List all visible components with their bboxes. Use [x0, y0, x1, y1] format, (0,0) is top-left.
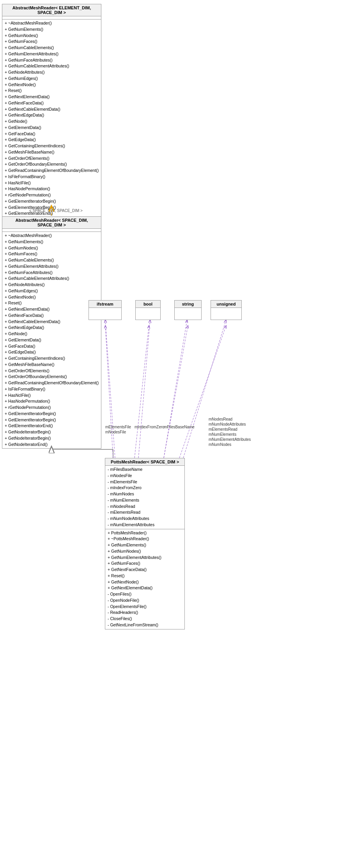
mnodes-read-label: mNodesRead [209, 417, 232, 421]
mfiles-basename-label: mFilesBaseName [164, 425, 195, 429]
method-getnextelementdata-2: + GetNextElementData() [5, 306, 99, 313]
method-getelementiteratorbegin1-2: + GetElementIteratorBegin() [5, 411, 99, 417]
mnum-nodes-label: mNumNodes [209, 442, 231, 447]
field-numelementattributes: - mNumElementAttributes [108, 522, 182, 528]
potts-mesh-reader-fields: - mFilesBaseName - mNodesFile - mElement… [105, 466, 184, 529]
melements-file-label: mElementsFile [105, 425, 131, 429]
abstract-space-dim-methods: + ~AbstractMeshReader() + GetNumElements… [2, 232, 101, 448]
method-getelementdata-1: + GetElementData() [5, 125, 99, 131]
field-filesbasename: - mFilesBaseName [108, 467, 182, 473]
method-getmeshfilebasename-2: + GetMeshFileBaseName() [5, 362, 99, 368]
abstract-space-dim-section-1 [2, 229, 101, 232]
abstract-element-dim-methods: + ~AbstractMeshReader() + GetNumElements… [2, 19, 101, 236]
mnum-elements-label: mNumElements [209, 432, 236, 437]
method-getnextcableelementdata-2: + GetNextCableElementData() [5, 319, 99, 325]
potts-method-getnextelementdata: + GetNextElementData() [108, 585, 182, 591]
method-isfileformatbinary-1: + IsFileFormatBinary() [5, 174, 99, 180]
method-getelementiteratorbegin1-1: + GetElementIteratorBegin() [5, 198, 99, 205]
field-numnodeattributes: - mNumNodeAttributes [108, 516, 182, 522]
abstract-mesh-reader-space-dim-title: AbstractMeshReader< SPACE_DIM, SPACE_DIM… [2, 217, 101, 229]
mnum-element-attributes-label: mNumElementAttributes [209, 437, 251, 442]
ifstream-box: ifstream [89, 300, 122, 320]
potts-mesh-reader-methods: + PottsMeshReader() + ~PottsMeshReader()… [105, 529, 184, 629]
svg-line-15 [164, 325, 188, 458]
potts-method-getnumelementattributes: + GetNumElementAttributes() [108, 555, 182, 561]
inheritance-label: < SPACE_DIM, SPACE_DIM > [29, 209, 83, 213]
method-getnextelementdata-1: + GetNextElementData() [5, 94, 99, 100]
method-getnumcableelementattributes-1: + GetNumCableElementAttributes() [5, 63, 99, 69]
method-hasnodepermutation-1: + HasNodePermutation() [5, 186, 99, 192]
potts-method-readheaders: - ReadHeaders() [108, 610, 182, 616]
method-hasnodepermutation-2: + HasNodePermutation() [5, 398, 99, 405]
method-getedgedata-2: + GetEdgeData() [5, 349, 99, 355]
string-box: string [174, 300, 202, 320]
potts-method-getnumelements: + GetNumElements() [108, 542, 182, 548]
method-getnode-2: + GetNode() [5, 331, 99, 337]
method-getnumedges-2: + GetNumEdges() [5, 288, 99, 294]
method-getnodeiteratorbegin2-2: + GetNodeIteratorBegin() [5, 435, 99, 442]
field-indexfromzero: - mIndexFromZero [108, 485, 182, 491]
method-getnumfaceattributes-2: + GetNumFaceAttributes() [5, 270, 99, 276]
method-getnextedgedata-2: + GetNextEdgeData() [5, 325, 99, 331]
method-getnextfacedata-2: + GetNextFaceData() [5, 313, 99, 319]
method-getnumelements-2: + GetNumElements() [5, 239, 99, 245]
potts-mesh-reader-title: PottsMeshReader< SPACE_DIM > [105, 458, 184, 466]
method-getcontainingelementindices-1: + GetContainingElementIndices() [5, 143, 99, 149]
melements-read-label: mElementsRead [209, 427, 237, 431]
method-getnodeiteratorend-2: + GetNodeIteratorEnd() [5, 442, 99, 448]
potts-method-getnextlinefromstream: - GetNextLineFromStream() [108, 622, 182, 628]
field-elementsread: - mElementsRead [108, 509, 182, 516]
svg-line-4 [105, 320, 115, 458]
potts-method-destructor: + ~PottsMeshReader() [108, 536, 182, 542]
method-getedgedata-1: + GetEdgeData() [5, 137, 99, 143]
svg-line-6 [164, 320, 187, 458]
svg-line-13 [105, 325, 113, 458]
method-getnumnodes-1: + GetNumNodes() [5, 33, 99, 39]
method-getelementiteratorend-2: + GetElementIteratorEnd() [5, 423, 99, 429]
unsigned-body [211, 308, 241, 320]
method-getnodeattributes-1: + GetNodeAttributes() [5, 69, 99, 76]
method-getmeshfilebasename-1: + GetMeshFileBaseName() [5, 149, 99, 156]
method-getnumfaces-2: + GetNumFaces() [5, 251, 99, 257]
method-isfileformatbinary-2: + IsFileFormatBinary() [5, 386, 99, 392]
potts-method-getnextfacedata: + GetNextFaceData() [108, 567, 182, 573]
method-getnumedges-1: + GetNumEdges() [5, 76, 99, 82]
mnodes-file-label: mNodesFile [105, 430, 126, 434]
string-title: string [175, 301, 201, 308]
method-getnumfaces-1: + GetNumFaces() [5, 39, 99, 45]
method-getcontainingelementindices-2: + GetContainingElementIndices() [5, 355, 99, 362]
potts-method-openfiles: - OpenFiles() [108, 591, 182, 598]
potts-method-getnextnode: + GetNextNode() [108, 579, 182, 585]
mnum-node-attributes-label: mNumNodeAttributes [209, 422, 246, 426]
method-getnextfacedata-1: + GetNextFaceData() [5, 100, 99, 106]
method-getnumcableelementattributes-2: + GetNumCableElementAttributes() [5, 276, 99, 282]
field-numelements: - mNumElements [108, 497, 182, 504]
method-getreadcontaining-1: + GetReadContainingElementOfBoundaryElem… [5, 168, 99, 174]
method-getnumfaceattributes-1: + GetNumFaceAttributes() [5, 57, 99, 64]
method-getfacedata-1: + GetFaceData() [5, 131, 99, 137]
method-getnumnodes-2: + GetNumNodes() [5, 245, 99, 251]
potts-method-getnumfaces: + GetNumFaces() [108, 560, 182, 567]
ifstream-body [89, 308, 121, 320]
method-hasnclfile-1: + HasNclFile() [5, 180, 99, 186]
method-rgetnodepermutation-2: + rGetNodePermutation() [5, 405, 99, 411]
method-destructor-1: + ~AbstractMeshReader() [5, 20, 99, 27]
method-getnumelementattributes-2: + GetNumElementAttributes() [5, 263, 99, 270]
field-nodesread: - mNodesRead [108, 504, 182, 510]
ifstream-title: ifstream [89, 301, 121, 308]
method-reset-1: + Reset() [5, 88, 99, 94]
potts-method-closefiles: - CloseFiles() [108, 616, 182, 622]
method-getnumcableelements-1: + GetNumCableElements() [5, 45, 99, 51]
potts-method-opennodefile: - OpenNodeFile() [108, 598, 182, 604]
field-nodesfile: - mNodesFile [108, 473, 182, 479]
method-rgetnodepermutation-1: + rGetNodePermutation() [5, 192, 99, 198]
method-getnextnode-1: + GetNextNode() [5, 82, 99, 88]
method-getelementdata-2: + GetElementData() [5, 337, 99, 343]
method-getnumelements-1: + GetNumElements() [5, 27, 99, 33]
bool-title: bool [136, 301, 160, 308]
field-numnodes: - mNumNodes [108, 491, 182, 497]
svg-line-5 [138, 320, 150, 458]
method-reset-2: + Reset() [5, 300, 99, 306]
unsigned-box: unsigned [211, 300, 242, 320]
method-getnodeattributes-2: + GetNodeAttributes() [5, 282, 99, 288]
